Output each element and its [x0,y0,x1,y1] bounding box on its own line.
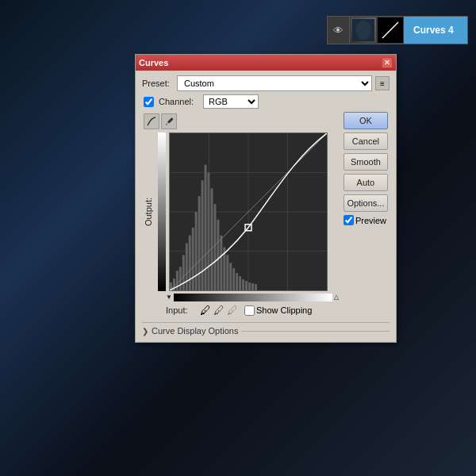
curves-dialog: Curves ✕ Preset: Custom ≡ Channel: RGB R… [135,54,397,343]
layer-visibility-toggle[interactable]: 👁 [328,17,350,44]
output-label: Output: [144,198,153,226]
svg-rect-17 [186,244,188,290]
tool-icons-row [142,112,339,131]
input-label: Input: [166,305,194,315]
dialog-title: Curves [139,58,168,67]
svg-marker-4 [166,123,167,125]
svg-rect-37 [248,282,251,290]
svg-rect-21 [198,196,201,290]
curve-and-output: Output: [142,132,339,291]
svg-rect-34 [239,276,241,290]
preview-row: Preview [344,215,388,225]
svg-rect-28 [220,236,222,290]
preset-options-button[interactable]: ≡ [375,76,390,90]
pencil-tool-button[interactable] [161,113,177,129]
options-button[interactable]: Options... [344,194,388,212]
close-button[interactable]: ✕ [382,57,393,68]
channel-select[interactable]: RGB Red Green Blue [203,94,259,109]
svg-rect-38 [251,283,254,290]
smooth-button[interactable]: Smooth [344,153,388,171]
svg-rect-31 [229,263,232,290]
highlight-triangle[interactable]: △ [334,294,339,301]
preview-checkbox[interactable] [344,215,354,225]
gradient-row: ▼ △ [166,293,339,301]
dialog-titlebar: Curves ✕ [136,55,396,71]
layer-name[interactable]: Curves 4 [404,17,467,44]
preview-label: Preview [355,216,386,225]
channel-checkbox[interactable] [144,97,154,107]
curve-display-options-label: Curve Display Options [152,326,238,336]
white-point-eyedropper[interactable]: 🖊 [227,304,238,317]
ok-button[interactable]: OK [344,112,388,129]
divider-line [241,331,390,332]
svg-rect-36 [245,281,248,290]
svg-rect-19 [192,228,194,290]
left-section: Output: [142,112,339,317]
svg-point-1 [355,21,371,40]
svg-rect-30 [226,255,228,290]
svg-rect-23 [205,165,207,290]
svg-rect-22 [202,180,204,290]
shadow-triangle[interactable]: ▼ [166,294,172,301]
right-buttons: OK Cancel Smooth Auto Options... Preview [344,112,388,225]
gray-point-eyedropper[interactable]: 🖊 [213,304,225,317]
svg-rect-24 [208,173,210,291]
cancel-button[interactable]: Cancel [344,132,388,150]
svg-rect-16 [182,255,185,290]
gear-icon: ≡ [380,79,385,88]
svg-rect-33 [236,273,238,290]
layer-thumbnail-curves [378,17,403,43]
svg-rect-26 [213,204,216,290]
svg-rect-32 [232,268,235,290]
eye-icon: 👁 [333,25,344,36]
preset-label: Preset: [142,79,174,88]
preset-row: Preset: Custom ≡ [142,75,390,91]
close-icon: ✕ [384,59,390,67]
auto-button[interactable]: Auto [344,174,388,191]
svg-rect-27 [217,220,219,290]
curve-canvas[interactable] [169,132,328,291]
curve-display-options: ❯ Curve Display Options [142,322,390,337]
output-gradient-bar [158,132,166,291]
channel-label: Channel: [159,97,200,106]
preset-select[interactable]: Custom [177,75,372,91]
show-clipping-checkbox[interactable] [244,305,255,316]
main-area: Output: [142,112,390,317]
curve-tool-button[interactable] [144,113,159,129]
grid-svg [170,133,327,290]
svg-rect-25 [210,188,213,290]
channel-row: Channel: RGB Red Green Blue [142,94,390,109]
svg-rect-3 [167,117,174,124]
layer-panel: 👁 Curves 4 [327,16,468,44]
input-row: Input: 🖊 🖊 🖊 Preview Show Clipping [166,303,339,317]
eyedroppers-group: 🖊 🖊 🖊 [200,304,238,317]
input-gradient-bar [174,294,332,301]
expand-icon[interactable]: ❯ [142,327,148,336]
black-point-eyedropper[interactable]: 🖊 [200,304,211,317]
show-clipping-text: Show Clipping [256,305,312,315]
svg-rect-18 [189,236,191,290]
svg-rect-35 [242,279,244,290]
layer-thumbnail-base [351,17,376,43]
dialog-body: Preset: Custom ≡ Channel: RGB Red Green … [136,71,396,342]
svg-rect-39 [255,284,257,290]
show-clipping-area: Preview Show Clipping [244,305,312,316]
output-label-area: Output: [142,132,155,291]
